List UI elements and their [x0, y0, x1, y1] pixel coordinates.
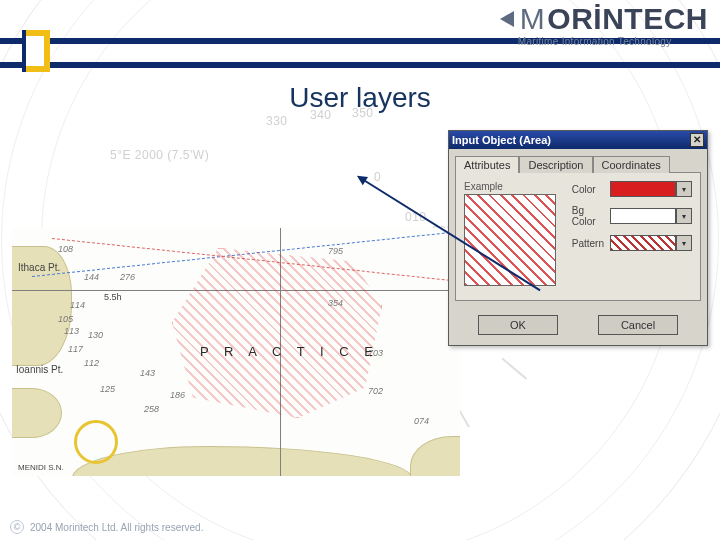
- place-label-ithaca: Ithaca Pt.: [18, 262, 60, 273]
- sounding: 130: [88, 330, 103, 340]
- place-label-ioannis: Ioannis Pt.: [16, 364, 63, 375]
- bg-annotation: 5°E 2000 (7.5'W): [110, 148, 209, 162]
- cancel-button[interactable]: Cancel: [598, 315, 678, 335]
- sounding: 114: [70, 300, 85, 310]
- tab-attributes[interactable]: Attributes: [455, 156, 519, 173]
- sounding: 795: [328, 246, 343, 256]
- sounding: 186: [170, 390, 185, 400]
- dialog-titlebar[interactable]: Input Object (Area) ✕: [449, 131, 707, 149]
- brand-wordmark-rest: ORİNTECH: [547, 2, 708, 36]
- sounding: 258: [144, 404, 159, 414]
- footer-copyright: © 2004 Morintech Ltd. All rights reserve…: [10, 520, 203, 534]
- dialog-tabs: Attributes Description Coordinates: [449, 149, 707, 172]
- brand-chevron-icon: [500, 11, 514, 27]
- example-label: Example: [464, 181, 564, 192]
- dialog-title: Input Object (Area): [452, 134, 551, 146]
- sounding: 108: [58, 244, 73, 254]
- sounding: 703: [368, 348, 383, 358]
- sounding: 144: [84, 272, 99, 282]
- sounding: 112: [84, 358, 99, 368]
- example-group: Example: [464, 181, 564, 286]
- chevron-down-icon[interactable]: ▾: [676, 208, 692, 224]
- chevron-down-icon[interactable]: ▾: [676, 181, 692, 197]
- sounding: 276: [120, 272, 135, 282]
- bgcolor-swatch: [610, 208, 676, 224]
- tab-description[interactable]: Description: [519, 156, 592, 173]
- spot-label: 5.5h: [104, 292, 122, 302]
- bg-tick-label: 330: [266, 114, 288, 128]
- sounding: 143: [140, 368, 155, 378]
- sounding: 702: [368, 386, 383, 396]
- bgcolor-combo[interactable]: ▾: [610, 208, 692, 224]
- ok-button[interactable]: OK: [478, 315, 558, 335]
- input-object-dialog: Input Object (Area) ✕ Attributes Descrip…: [448, 130, 708, 346]
- brand-wordmark-m: M: [520, 2, 546, 36]
- page-title: User layers: [0, 82, 720, 114]
- color-label: Color: [572, 184, 596, 195]
- brand-tagline: Maritime Information Technology: [518, 36, 708, 47]
- pattern-combo[interactable]: ▾: [610, 235, 692, 251]
- bgcolor-label: Bg Color: [572, 205, 604, 227]
- sounding: 354: [328, 298, 343, 308]
- sounding: 125: [100, 384, 115, 394]
- pattern-swatch: [610, 235, 676, 251]
- practice-area-polygon: [172, 248, 382, 418]
- nautical-chart: P R A C T I C E Ithaca Pt. Ioannis Pt. M…: [12, 228, 460, 476]
- color-swatch: [610, 181, 676, 197]
- slide-header: MORİNTECH Maritime Information Technolog…: [0, 0, 720, 78]
- pattern-label: Pattern: [572, 238, 604, 249]
- waypoint-ring-icon: [74, 420, 118, 464]
- brand-chip: [22, 30, 50, 72]
- tab-coordinates[interactable]: Coordinates: [593, 156, 670, 173]
- brand-logo: MORİNTECH Maritime Information Technolog…: [500, 2, 708, 47]
- copyright-text: 2004 Morintech Ltd. All rights reserved.: [30, 522, 203, 533]
- chevron-down-icon[interactable]: ▾: [676, 235, 692, 251]
- dialog-panel: Example Color ▾ Bg Color ▾ Pattern: [455, 172, 701, 301]
- sounding: 105: [58, 314, 73, 324]
- practice-area-label: P R A C T I C E: [200, 344, 379, 359]
- close-icon[interactable]: ✕: [690, 133, 704, 147]
- sounding: 113: [64, 326, 79, 336]
- sounding: 074: [414, 416, 429, 426]
- place-label-menidi: MENIDI S.N.: [18, 463, 64, 472]
- sounding: 117: [68, 344, 83, 354]
- bg-tick-label: 0: [374, 170, 381, 184]
- color-combo[interactable]: ▾: [610, 181, 692, 197]
- copyright-icon: ©: [10, 520, 24, 534]
